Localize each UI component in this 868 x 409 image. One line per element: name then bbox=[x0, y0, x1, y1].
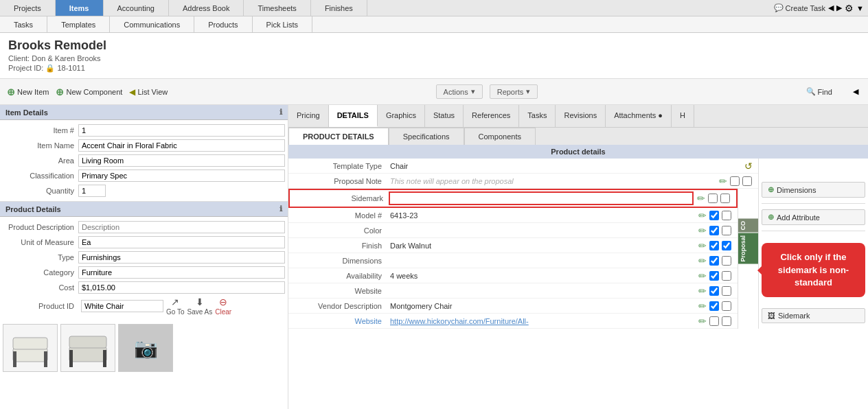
model-co-check[interactable] bbox=[709, 211, 719, 220]
tab-details[interactable]: DETAILS bbox=[329, 105, 378, 127]
proposal-vertical-label: Proposal bbox=[738, 233, 758, 264]
tab-more[interactable]: H bbox=[672, 105, 694, 127]
nav-accounting[interactable]: Accounting bbox=[104, 0, 169, 16]
tab-revisions[interactable]: Revisions bbox=[556, 105, 606, 127]
add-attribute-button[interactable]: ⊕ Add Attribute bbox=[762, 209, 865, 225]
find-button[interactable]: 🔍 Find bbox=[806, 87, 832, 96]
dimensions-plus-icon: ⊕ bbox=[768, 185, 774, 194]
category-input[interactable] bbox=[78, 266, 285, 279]
save-as-icon: ⬇ bbox=[196, 296, 204, 307]
item-name-input[interactable] bbox=[78, 139, 285, 152]
tab-tasks[interactable]: Tasks bbox=[519, 105, 556, 127]
sidemark-label: Sidemark bbox=[293, 194, 389, 202]
availability-co-check[interactable] bbox=[709, 271, 719, 281]
finish-edit-icon[interactable]: ✏ bbox=[698, 240, 707, 251]
availability-edit-icon[interactable]: ✏ bbox=[698, 270, 707, 281]
nav-items[interactable]: Items bbox=[56, 0, 104, 16]
nav-tasks[interactable]: Tasks bbox=[0, 16, 47, 32]
list-view-button[interactable]: ◀ List View bbox=[129, 87, 168, 97]
dimensions-edit-icon[interactable]: ✏ bbox=[698, 255, 707, 266]
item-number-input[interactable] bbox=[78, 124, 285, 137]
color-edit-icon[interactable]: ✏ bbox=[698, 225, 707, 236]
create-task-button[interactable]: 💬 Create Task bbox=[774, 3, 826, 12]
classification-input[interactable] bbox=[78, 170, 285, 182]
nav-address-book[interactable]: Address Book bbox=[169, 0, 244, 16]
availability-proposal-check[interactable] bbox=[722, 271, 731, 281]
more-icon[interactable]: ▼ bbox=[856, 4, 864, 12]
sidemark-proposal-check[interactable] bbox=[720, 194, 730, 203]
new-component-plus-icon: ⊕ bbox=[56, 86, 64, 97]
tab-graphics[interactable]: Graphics bbox=[378, 105, 425, 127]
nav-templates[interactable]: Templates bbox=[47, 16, 110, 32]
save-as-button[interactable]: ⬇ Save As bbox=[187, 296, 213, 316]
thumbnail-placeholder[interactable]: 📷 bbox=[118, 324, 173, 372]
sidemark-co-check[interactable] bbox=[708, 194, 718, 203]
nav-products[interactable]: Products bbox=[194, 16, 252, 32]
new-item-button[interactable]: ⊕ New Item bbox=[7, 86, 49, 97]
proposal-note-proposal-check[interactable] bbox=[742, 176, 752, 186]
area-input[interactable] bbox=[78, 154, 285, 167]
new-component-button[interactable]: ⊕ New Component bbox=[56, 86, 122, 97]
refresh-icon[interactable]: ↺ bbox=[744, 161, 753, 172]
dimensions-co-check[interactable] bbox=[709, 256, 719, 266]
product-tab-components[interactable]: Components bbox=[464, 128, 536, 145]
website-co-check[interactable] bbox=[709, 286, 719, 296]
nav-finishes[interactable]: Finishes bbox=[311, 0, 367, 16]
dimensions-proposal-check[interactable] bbox=[722, 256, 731, 266]
reports-chevron-icon: ▾ bbox=[526, 87, 530, 96]
clear-button[interactable]: ⊖ Clear bbox=[215, 296, 231, 316]
vendor-desc-edit-icon[interactable]: ✏ bbox=[698, 301, 707, 312]
dimensions-button[interactable]: ⊕ Dimensions bbox=[762, 182, 865, 198]
tab-status[interactable]: Status bbox=[425, 105, 464, 127]
color-value bbox=[387, 230, 695, 231]
vendor-desc-co-check[interactable] bbox=[709, 301, 719, 311]
category-label: Category bbox=[3, 268, 78, 277]
cost-input[interactable] bbox=[78, 281, 285, 294]
website-link-edit-icon[interactable]: ✏ bbox=[698, 316, 707, 327]
color-co-check[interactable] bbox=[709, 226, 719, 235]
item-details-info-icon[interactable]: ℹ bbox=[279, 108, 282, 117]
sidemark-input[interactable] bbox=[389, 191, 694, 205]
finish-proposal-check[interactable] bbox=[722, 241, 731, 250]
sidemark-edit-icon[interactable]: ✏ bbox=[696, 193, 706, 204]
quantity-input[interactable] bbox=[78, 185, 106, 197]
nav-communications[interactable]: Communications bbox=[110, 16, 194, 32]
website-link-proposal-check[interactable] bbox=[722, 316, 731, 326]
product-desc-input[interactable] bbox=[78, 221, 285, 233]
product-tab-specifications[interactable]: Specifications bbox=[389, 128, 464, 145]
unit-of-measure-input[interactable] bbox=[78, 236, 285, 248]
vendor-desc-value: Montgomery Chair bbox=[387, 301, 695, 311]
website-proposal-check[interactable] bbox=[722, 286, 731, 296]
nav-prev-icon[interactable]: ◀ bbox=[828, 3, 834, 12]
nav-next-icon[interactable]: ▶ bbox=[836, 3, 842, 12]
tab-references[interactable]: References bbox=[464, 105, 519, 127]
proposal-note-edit-icon[interactable]: ✏ bbox=[718, 176, 728, 187]
item-number-label: Item # bbox=[3, 126, 78, 135]
actions-dropdown[interactable]: Actions ▾ bbox=[436, 84, 483, 99]
product-id-input[interactable] bbox=[81, 300, 163, 312]
sidemark-button[interactable]: 🖼 Sidemark bbox=[762, 308, 865, 323]
website-edit-icon[interactable]: ✏ bbox=[698, 285, 707, 296]
tab-attachments[interactable]: Attachments ● bbox=[606, 105, 672, 127]
color-proposal-check[interactable] bbox=[722, 226, 731, 235]
vendor-desc-proposal-check[interactable] bbox=[722, 301, 731, 311]
nav-timesheets[interactable]: Timesheets bbox=[244, 0, 310, 16]
thumbnail-2[interactable] bbox=[60, 324, 115, 372]
nav-projects[interactable]: Projects bbox=[0, 0, 56, 16]
tab-pricing[interactable]: Pricing bbox=[288, 105, 329, 127]
model-proposal-check[interactable] bbox=[722, 211, 731, 220]
panel-toggle-icon[interactable]: ◀ bbox=[853, 87, 858, 96]
proposal-note-co-check[interactable] bbox=[730, 176, 740, 186]
goto-button[interactable]: ↗ Go To bbox=[166, 296, 185, 316]
website-link-co-check[interactable] bbox=[709, 316, 719, 326]
product-details-info-icon[interactable]: ℹ bbox=[279, 204, 282, 213]
finish-co-check[interactable] bbox=[709, 241, 719, 250]
website-link-value[interactable]: http://www.hickorychair.com/Furniture/Al… bbox=[387, 316, 695, 326]
model-edit-icon[interactable]: ✏ bbox=[698, 210, 707, 221]
settings-icon[interactable]: ⚙ bbox=[845, 3, 854, 14]
product-tab-product-details[interactable]: PRODUCT DETAILS bbox=[288, 128, 389, 145]
thumbnail-1[interactable] bbox=[3, 324, 58, 372]
type-input[interactable] bbox=[78, 251, 285, 264]
nav-pick-lists[interactable]: Pick Lists bbox=[253, 16, 312, 32]
reports-dropdown[interactable]: Reports ▾ bbox=[490, 84, 538, 99]
